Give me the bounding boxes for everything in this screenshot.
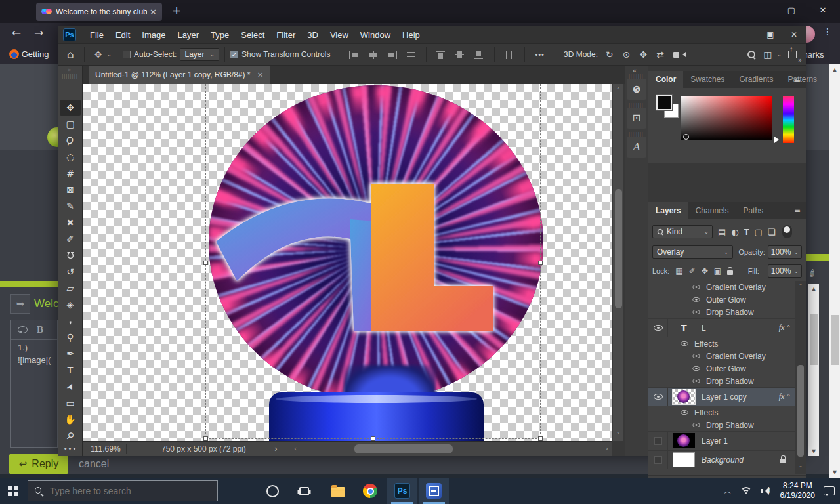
fx-badge[interactable]: fx — [779, 323, 785, 333]
wifi-icon[interactable] — [740, 487, 752, 495]
layer-row-background[interactable]: Background — [648, 450, 795, 469]
hue-marker[interactable] — [774, 136, 782, 143]
tab-gradients[interactable]: Gradients — [732, 71, 780, 88]
frame-tool[interactable]: ⊠ — [60, 182, 81, 198]
browser-close-button[interactable]: ✕ — [813, 5, 833, 15]
move-tool-icon[interactable]: ✥ — [94, 49, 102, 60]
zoom-level-field[interactable]: 111.69% — [85, 444, 127, 454]
dodge-tool[interactable]: ⚲ — [60, 329, 81, 345]
3d-slide-icon[interactable]: ⇄ — [656, 49, 664, 60]
menu-select[interactable]: Select — [235, 30, 270, 40]
canvas[interactable] — [83, 84, 612, 441]
tab-paths[interactable]: Paths — [736, 202, 770, 219]
align-middle-icon[interactable] — [455, 51, 465, 59]
layer-name[interactable]: Layer 1 — [702, 436, 795, 446]
filter-smartobject-icon[interactable]: ❏ — [768, 227, 776, 237]
effect-row[interactable]: Effects — [648, 406, 795, 419]
effect-row[interactable]: Drop Shadow — [648, 375, 795, 387]
taskbar-search[interactable] — [28, 480, 218, 501]
document-tab[interactable]: Untitled-1 @ 112% (Layer 1 copy, RGB/8#)… — [89, 66, 270, 84]
menu-layer[interactable]: Layer — [172, 30, 205, 40]
chevron-down-icon[interactable]: ⌄ — [107, 51, 112, 58]
cortana-button[interactable] — [257, 478, 287, 504]
foreground-color-swatch[interactable] — [656, 94, 672, 110]
layer-name[interactable]: L — [702, 324, 779, 333]
layer-row-layer-1-copy[interactable]: Layer 1 copyfx^ — [648, 387, 795, 406]
saturation-cursor[interactable] — [683, 134, 689, 140]
browser-maximize-button[interactable]: ▢ — [782, 5, 801, 15]
menu-file[interactable]: File — [84, 30, 110, 40]
healing-brush-tool[interactable]: ✚ — [60, 215, 81, 230]
hue-slider[interactable] — [783, 96, 794, 143]
lock-artboard-icon[interactable]: ▣ — [714, 266, 721, 276]
brush-tool[interactable]: ✐ — [60, 231, 81, 247]
visibility-eye-icon[interactable] — [686, 366, 706, 371]
effect-row[interactable]: Outer Glow — [648, 362, 795, 375]
lock-position-icon[interactable]: ✥ — [702, 266, 708, 276]
panel-icon-properties[interactable]: ❺ — [627, 79, 646, 100]
visibility-eye-icon[interactable] — [686, 378, 706, 384]
path-selection-tool[interactable]: ➤ — [60, 379, 81, 394]
auto-select-checkbox[interactable] — [123, 51, 131, 58]
forward-icon[interactable]: → — [34, 26, 43, 39]
blend-mode-dropdown[interactable]: Overlay⌄ — [652, 245, 733, 259]
fill-field[interactable]: 100%⌄ — [768, 264, 802, 278]
panel-menu-icon[interactable]: ≡ — [794, 207, 801, 216]
visibility-eye-icon[interactable] — [686, 284, 706, 290]
effect-row[interactable]: Outer Glow — [648, 293, 795, 306]
tab-swatches[interactable]: Swatches — [683, 71, 732, 88]
panel-icon-3d[interactable]: ⚀ — [627, 108, 646, 129]
scrollbar-thumb[interactable] — [831, 315, 839, 365]
menu-edit[interactable]: Edit — [110, 30, 136, 40]
quote-icon[interactable] — [18, 326, 28, 333]
app-taskbar-button[interactable] — [419, 478, 449, 504]
eyedropper-tool[interactable]: ✎ — [60, 198, 81, 214]
rectangle-tool[interactable]: ▭ — [60, 395, 81, 411]
home-icon[interactable]: ⌂ — [67, 48, 74, 61]
browser-scrollbar[interactable]: ▲ ▼ — [830, 64, 840, 478]
history-brush-tool[interactable]: ↺ — [60, 264, 81, 280]
filter-type-icon[interactable]: T — [744, 227, 749, 237]
menu-image[interactable]: Image — [136, 30, 171, 40]
ps-close-button[interactable]: ✕ — [782, 26, 806, 43]
gradient-tool[interactable]: ◈ — [60, 297, 81, 312]
visibility-eye-icon[interactable] — [675, 410, 694, 415]
action-center-icon[interactable] — [824, 486, 835, 495]
menu-window[interactable]: Window — [354, 30, 396, 40]
tab-close-icon[interactable]: ✕ — [150, 7, 157, 17]
effect-row[interactable]: Gradient Overlay — [648, 350, 795, 362]
align-top-icon[interactable] — [436, 51, 446, 59]
effect-row[interactable]: Drop Shadow — [648, 419, 795, 431]
3d-drag-icon[interactable]: ✥ — [639, 49, 647, 60]
new-tab-button[interactable]: + — [172, 4, 181, 17]
transform-handle[interactable] — [538, 436, 543, 441]
hand-tool[interactable]: ✋ — [60, 411, 81, 427]
scroll-right-icon[interactable]: › — [606, 444, 608, 453]
transform-handle[interactable] — [203, 261, 208, 265]
align-bottom-icon[interactable] — [474, 51, 484, 59]
layer-name[interactable]: Background — [702, 455, 780, 465]
reply-button[interactable]: ↩ Reply — [9, 454, 68, 474]
visibility-eye-icon[interactable] — [686, 422, 706, 428]
collapse-effects-chevron[interactable]: ^ — [787, 393, 790, 400]
chrome-button[interactable] — [355, 478, 385, 504]
eraser-tool[interactable]: ▱ — [60, 280, 81, 296]
chevron-down-icon[interactable]: ⌄ — [776, 51, 782, 58]
blur-tool[interactable]: ❛ — [60, 313, 81, 329]
document-close-icon[interactable]: × — [257, 70, 264, 79]
tab-channels[interactable]: Channels — [688, 202, 736, 219]
pen-tool[interactable]: ✒ — [60, 346, 81, 362]
crop-tool[interactable]: # — [60, 165, 81, 181]
layers-scrollbar[interactable]: ˄ ˅ — [795, 281, 806, 474]
kind-dropdown[interactable]: Kind⌄ — [652, 225, 713, 238]
more-options-icon[interactable]: ••• — [535, 51, 545, 58]
clone-stamp-tool[interactable]: Ω — [60, 247, 81, 263]
volume-icon[interactable]: ) — [761, 486, 772, 495]
align-center-h-icon[interactable] — [368, 51, 378, 59]
tab-patterns[interactable]: Patterns — [780, 71, 824, 88]
clock[interactable]: 8:24 PM 6/19/2020 — [780, 481, 815, 501]
task-view-button[interactable] — [289, 478, 319, 504]
filter-pixel-icon[interactable]: ▤ — [718, 227, 726, 237]
visibility-eye-icon[interactable] — [648, 319, 668, 337]
search-icon[interactable] — [747, 51, 755, 58]
